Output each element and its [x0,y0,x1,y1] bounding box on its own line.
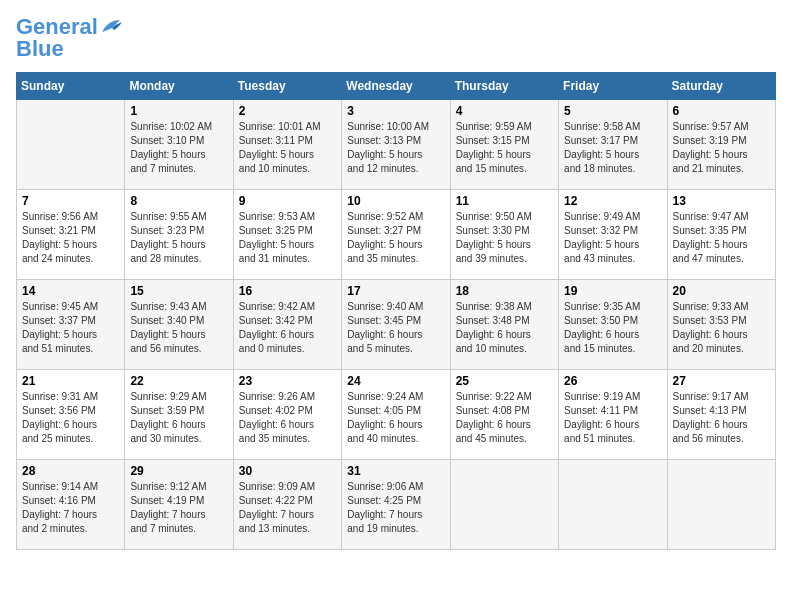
calendar-cell: 14Sunrise: 9:45 AM Sunset: 3:37 PM Dayli… [17,280,125,370]
day-number: 12 [564,194,661,208]
day-number: 22 [130,374,227,388]
day-info: Sunrise: 9:57 AM Sunset: 3:19 PM Dayligh… [673,120,770,176]
calendar-cell: 17Sunrise: 9:40 AM Sunset: 3:45 PM Dayli… [342,280,450,370]
calendar-cell: 1Sunrise: 10:02 AM Sunset: 3:10 PM Dayli… [125,100,233,190]
day-info: Sunrise: 9:31 AM Sunset: 3:56 PM Dayligh… [22,390,119,446]
calendar-cell: 12Sunrise: 9:49 AM Sunset: 3:32 PM Dayli… [559,190,667,280]
day-number: 13 [673,194,770,208]
calendar-cell [17,100,125,190]
logo: General Blue [16,16,122,60]
day-info: Sunrise: 9:29 AM Sunset: 3:59 PM Dayligh… [130,390,227,446]
calendar-cell: 20Sunrise: 9:33 AM Sunset: 3:53 PM Dayli… [667,280,775,370]
day-info: Sunrise: 10:01 AM Sunset: 3:11 PM Daylig… [239,120,336,176]
day-info: Sunrise: 9:59 AM Sunset: 3:15 PM Dayligh… [456,120,553,176]
calendar-week-row: 7Sunrise: 9:56 AM Sunset: 3:21 PM Daylig… [17,190,776,280]
day-number: 18 [456,284,553,298]
logo-text: General Blue [16,14,98,61]
calendar-cell: 28Sunrise: 9:14 AM Sunset: 4:16 PM Dayli… [17,460,125,550]
day-number: 9 [239,194,336,208]
calendar-cell: 23Sunrise: 9:26 AM Sunset: 4:02 PM Dayli… [233,370,341,460]
column-header-thursday: Thursday [450,73,558,100]
day-info: Sunrise: 9:53 AM Sunset: 3:25 PM Dayligh… [239,210,336,266]
day-info: Sunrise: 10:02 AM Sunset: 3:10 PM Daylig… [130,120,227,176]
calendar-cell: 31Sunrise: 9:06 AM Sunset: 4:25 PM Dayli… [342,460,450,550]
day-number: 23 [239,374,336,388]
day-info: Sunrise: 9:24 AM Sunset: 4:05 PM Dayligh… [347,390,444,446]
calendar-cell: 7Sunrise: 9:56 AM Sunset: 3:21 PM Daylig… [17,190,125,280]
day-number: 16 [239,284,336,298]
calendar-cell: 3Sunrise: 10:00 AM Sunset: 3:13 PM Dayli… [342,100,450,190]
column-header-monday: Monday [125,73,233,100]
day-number: 25 [456,374,553,388]
day-number: 20 [673,284,770,298]
calendar-table: SundayMondayTuesdayWednesdayThursdayFrid… [16,72,776,550]
day-info: Sunrise: 9:55 AM Sunset: 3:23 PM Dayligh… [130,210,227,266]
day-info: Sunrise: 9:43 AM Sunset: 3:40 PM Dayligh… [130,300,227,356]
calendar-cell [559,460,667,550]
day-info: Sunrise: 9:47 AM Sunset: 3:35 PM Dayligh… [673,210,770,266]
day-number: 15 [130,284,227,298]
day-info: Sunrise: 9:14 AM Sunset: 4:16 PM Dayligh… [22,480,119,536]
calendar-cell: 4Sunrise: 9:59 AM Sunset: 3:15 PM Daylig… [450,100,558,190]
column-header-friday: Friday [559,73,667,100]
calendar-header-row: SundayMondayTuesdayWednesdayThursdayFrid… [17,73,776,100]
calendar-cell: 18Sunrise: 9:38 AM Sunset: 3:48 PM Dayli… [450,280,558,370]
column-header-saturday: Saturday [667,73,775,100]
day-info: Sunrise: 9:45 AM Sunset: 3:37 PM Dayligh… [22,300,119,356]
calendar-week-row: 1Sunrise: 10:02 AM Sunset: 3:10 PM Dayli… [17,100,776,190]
day-number: 19 [564,284,661,298]
calendar-cell: 11Sunrise: 9:50 AM Sunset: 3:30 PM Dayli… [450,190,558,280]
calendar-cell: 25Sunrise: 9:22 AM Sunset: 4:08 PM Dayli… [450,370,558,460]
calendar-cell: 27Sunrise: 9:17 AM Sunset: 4:13 PM Dayli… [667,370,775,460]
day-number: 1 [130,104,227,118]
logo-bird-icon [100,18,122,36]
day-number: 4 [456,104,553,118]
day-number: 6 [673,104,770,118]
day-info: Sunrise: 9:12 AM Sunset: 4:19 PM Dayligh… [130,480,227,536]
calendar-cell: 6Sunrise: 9:57 AM Sunset: 3:19 PM Daylig… [667,100,775,190]
day-number: 2 [239,104,336,118]
calendar-cell: 10Sunrise: 9:52 AM Sunset: 3:27 PM Dayli… [342,190,450,280]
day-info: Sunrise: 9:19 AM Sunset: 4:11 PM Dayligh… [564,390,661,446]
day-number: 14 [22,284,119,298]
day-number: 26 [564,374,661,388]
day-info: Sunrise: 9:52 AM Sunset: 3:27 PM Dayligh… [347,210,444,266]
calendar-cell [450,460,558,550]
calendar-cell: 16Sunrise: 9:42 AM Sunset: 3:42 PM Dayli… [233,280,341,370]
day-info: Sunrise: 9:58 AM Sunset: 3:17 PM Dayligh… [564,120,661,176]
day-info: Sunrise: 9:33 AM Sunset: 3:53 PM Dayligh… [673,300,770,356]
day-number: 3 [347,104,444,118]
day-info: Sunrise: 9:09 AM Sunset: 4:22 PM Dayligh… [239,480,336,536]
calendar-week-row: 28Sunrise: 9:14 AM Sunset: 4:16 PM Dayli… [17,460,776,550]
day-info: Sunrise: 9:35 AM Sunset: 3:50 PM Dayligh… [564,300,661,356]
day-info: Sunrise: 9:49 AM Sunset: 3:32 PM Dayligh… [564,210,661,266]
day-info: Sunrise: 10:00 AM Sunset: 3:13 PM Daylig… [347,120,444,176]
day-number: 10 [347,194,444,208]
day-number: 31 [347,464,444,478]
calendar-cell: 19Sunrise: 9:35 AM Sunset: 3:50 PM Dayli… [559,280,667,370]
column-header-tuesday: Tuesday [233,73,341,100]
day-info: Sunrise: 9:50 AM Sunset: 3:30 PM Dayligh… [456,210,553,266]
day-number: 29 [130,464,227,478]
calendar-cell: 29Sunrise: 9:12 AM Sunset: 4:19 PM Dayli… [125,460,233,550]
calendar-cell: 26Sunrise: 9:19 AM Sunset: 4:11 PM Dayli… [559,370,667,460]
calendar-week-row: 21Sunrise: 9:31 AM Sunset: 3:56 PM Dayli… [17,370,776,460]
day-number: 7 [22,194,119,208]
calendar-cell: 21Sunrise: 9:31 AM Sunset: 3:56 PM Dayli… [17,370,125,460]
day-number: 5 [564,104,661,118]
day-number: 27 [673,374,770,388]
calendar-cell: 8Sunrise: 9:55 AM Sunset: 3:23 PM Daylig… [125,190,233,280]
day-number: 11 [456,194,553,208]
day-info: Sunrise: 9:42 AM Sunset: 3:42 PM Dayligh… [239,300,336,356]
day-info: Sunrise: 9:56 AM Sunset: 3:21 PM Dayligh… [22,210,119,266]
column-header-sunday: Sunday [17,73,125,100]
column-header-wednesday: Wednesday [342,73,450,100]
day-info: Sunrise: 9:17 AM Sunset: 4:13 PM Dayligh… [673,390,770,446]
day-number: 8 [130,194,227,208]
calendar-cell: 22Sunrise: 9:29 AM Sunset: 3:59 PM Dayli… [125,370,233,460]
calendar-cell: 5Sunrise: 9:58 AM Sunset: 3:17 PM Daylig… [559,100,667,190]
day-number: 28 [22,464,119,478]
day-info: Sunrise: 9:40 AM Sunset: 3:45 PM Dayligh… [347,300,444,356]
calendar-cell: 9Sunrise: 9:53 AM Sunset: 3:25 PM Daylig… [233,190,341,280]
calendar-cell: 15Sunrise: 9:43 AM Sunset: 3:40 PM Dayli… [125,280,233,370]
